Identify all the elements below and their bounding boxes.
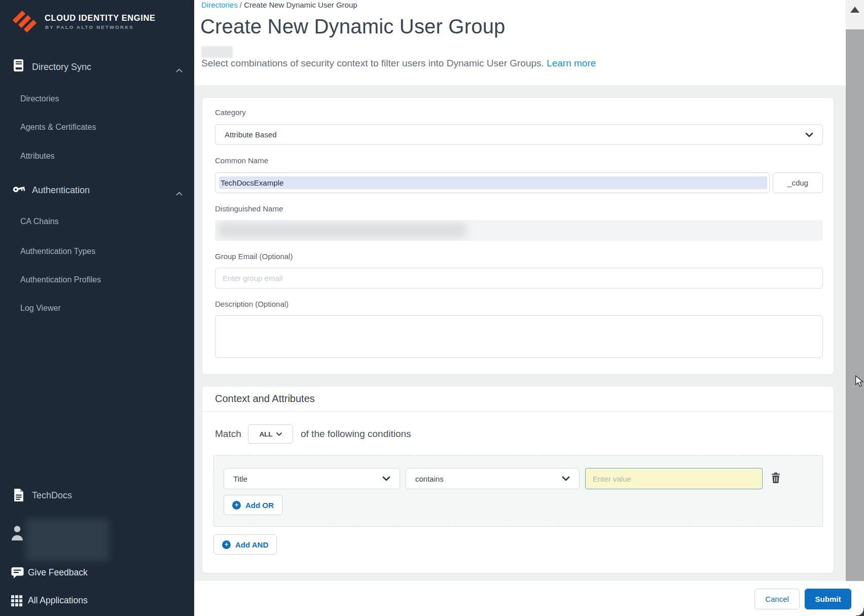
- context-attributes-heading: Context and Attributes: [215, 393, 315, 405]
- techdocs-label: TechDocs: [32, 490, 72, 501]
- sidebar-item-authentication-types[interactable]: Authentication Types: [20, 247, 95, 256]
- vertical-scrollbar[interactable]: [846, 0, 864, 581]
- sidebar-section-authentication[interactable]: Authentication: [0, 184, 194, 199]
- breadcrumb-current: Create New Dynamic User Group: [244, 1, 357, 9]
- common-name-value: TechDocsExample: [221, 178, 283, 187]
- palo-alto-logo-icon: [13, 12, 39, 32]
- action-footer: Cancel Submit: [194, 581, 864, 616]
- document-icon: [14, 488, 24, 504]
- sidebar-item-all-applications[interactable]: All Applications: [0, 594, 194, 608]
- chevron-down-icon: [805, 132, 813, 137]
- operator-value: contains: [415, 475, 444, 483]
- learn-more-link[interactable]: Learn more: [547, 58, 596, 68]
- chevron-down-icon: [382, 476, 390, 481]
- breadcrumb-separator: /: [240, 1, 242, 9]
- sidebar-item-give-feedback[interactable]: Give Feedback: [0, 566, 194, 581]
- mouse-cursor: [854, 375, 864, 389]
- category-select[interactable]: Attribute Based: [215, 124, 823, 145]
- redacted-badge: [201, 46, 233, 58]
- redacted-distinguished-name: [218, 223, 466, 238]
- arrow-up-icon[interactable]: [850, 7, 859, 13]
- plus-circle-icon: +: [232, 501, 241, 510]
- sidebar: CLOUD IDENTITY ENGINE BY PALO ALTO NETWO…: [0, 0, 194, 616]
- brand-subtitle: BY PALO ALTO NETWORKS: [45, 24, 134, 30]
- divider: [202, 411, 834, 412]
- match-label: Match: [215, 428, 241, 440]
- book-icon: [14, 59, 23, 71]
- brand-logo: CLOUD IDENTITY ENGINE BY PALO ALTO NETWO…: [13, 11, 185, 33]
- trash-icon[interactable]: [771, 473, 781, 484]
- attribute-select[interactable]: Title: [224, 468, 400, 489]
- chevron-up-icon: [176, 65, 183, 75]
- section-label: Directory Sync: [32, 62, 91, 73]
- subtitle-text: Select combinations of security context …: [201, 58, 544, 68]
- text-selection-highlight: [219, 176, 767, 189]
- match-operator-value: ALL: [259, 430, 272, 438]
- category-value: Attribute Based: [225, 130, 277, 139]
- all-applications-label: All Applications: [28, 595, 88, 606]
- breadcrumb-link-directories[interactable]: Directories: [201, 1, 238, 9]
- context-attributes-card: Context and Attributes Match ALL of the …: [202, 386, 834, 573]
- common-name-label: Common Name: [215, 156, 268, 165]
- add-or-button[interactable]: + Add OR: [224, 495, 282, 515]
- attribute-value: Title: [233, 475, 247, 483]
- common-name-input[interactable]: TechDocsExample: [215, 172, 770, 193]
- add-or-label: Add OR: [245, 501, 274, 510]
- operator-select[interactable]: contains: [406, 468, 580, 489]
- description-label: Description (Optional): [215, 300, 289, 308]
- distinguished-name-field: [215, 220, 823, 241]
- match-operator-select[interactable]: ALL: [248, 424, 293, 444]
- person-icon: [11, 525, 23, 543]
- group-email-input[interactable]: [215, 268, 823, 288]
- condition-value-input[interactable]: [585, 468, 763, 489]
- sidebar-item-authentication-profiles[interactable]: Authentication Profiles: [20, 275, 101, 284]
- sidebar-item-techdocs[interactable]: TechDocs: [0, 488, 194, 504]
- scrollbar-thumb[interactable]: [846, 29, 864, 581]
- add-and-button[interactable]: + Add AND: [213, 534, 277, 555]
- give-feedback-label: Give Feedback: [28, 567, 88, 578]
- condition-group: Title contains + Add OR: [213, 455, 823, 527]
- plus-circle-icon: +: [222, 540, 231, 549]
- add-and-label: Add AND: [235, 540, 268, 549]
- key-icon: [12, 182, 26, 197]
- brand-title: CLOUD IDENTITY ENGINE: [45, 13, 156, 23]
- category-label: Category: [215, 108, 246, 117]
- sidebar-item-ca-chains[interactable]: CA Chains: [20, 217, 59, 226]
- cancel-button[interactable]: Cancel: [754, 589, 800, 609]
- window-corner: [856, 608, 864, 616]
- distinguished-name-label: Distinguished Name: [215, 204, 283, 213]
- description-textarea[interactable]: [215, 315, 823, 358]
- chat-bubble-icon: [11, 567, 24, 581]
- redacted-username: [25, 519, 109, 561]
- sidebar-item-agents-certificates[interactable]: Agents & Certificates: [20, 123, 96, 132]
- chevron-down-icon: [276, 432, 282, 436]
- sidebar-item-attributes[interactable]: Attributes: [20, 152, 55, 161]
- grid-icon: [11, 595, 22, 606]
- group-details-card: Category Attribute Based Common Name Tec…: [202, 97, 834, 375]
- cloud-identity-engine-app: CLOUD IDENTITY ENGINE BY PALO ALTO NETWO…: [0, 0, 864, 616]
- sidebar-item-directories[interactable]: Directories: [20, 94, 59, 103]
- chevron-down-icon: [562, 476, 570, 481]
- section-label: Authentication: [32, 185, 90, 196]
- page-subtitle: Select combinations of security context …: [201, 58, 596, 69]
- page-header: [194, 0, 846, 85]
- match-suffix-text: of the following conditions: [301, 428, 411, 440]
- page-title: Create New Dynamic User Group: [200, 15, 506, 38]
- chevron-up-icon: [176, 189, 183, 198]
- submit-button[interactable]: Submit: [805, 589, 851, 609]
- sidebar-section-directory-sync[interactable]: Directory Sync: [0, 61, 194, 76]
- breadcrumb: Directories / Create New Dynamic User Gr…: [201, 0, 357, 10]
- common-name-suffix: _cdug: [773, 172, 823, 193]
- sidebar-item-log-viewer[interactable]: Log Viewer: [20, 304, 61, 313]
- group-email-label: Group Email (Optional): [215, 252, 293, 261]
